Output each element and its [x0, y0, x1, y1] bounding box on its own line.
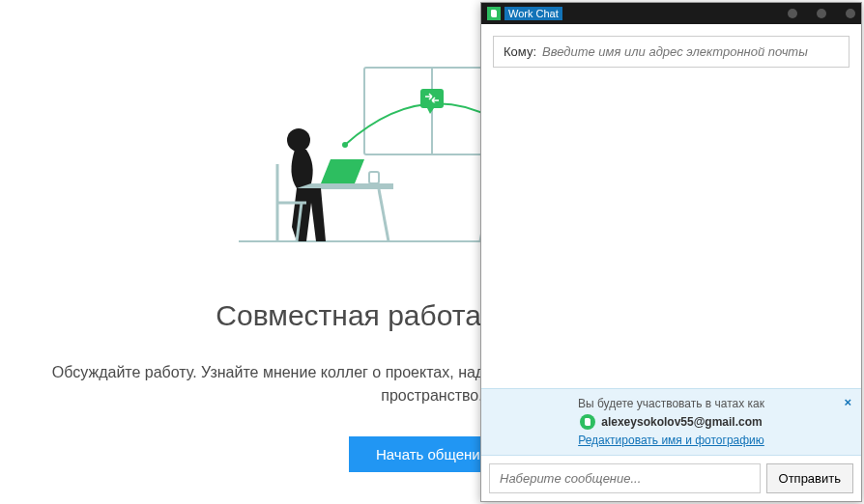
svg-point-8 [342, 142, 348, 148]
send-button[interactable]: Отправить [766, 463, 853, 493]
window-title: Work Chat [504, 7, 562, 20]
message-input[interactable] [489, 463, 761, 493]
window-maximize-button[interactable] [817, 9, 826, 18]
window-close-button[interactable] [846, 9, 855, 18]
svg-line-12 [379, 189, 389, 241]
recipient-field[interactable]: Кому: [493, 36, 850, 68]
titlebar[interactable]: Work Chat [481, 3, 861, 24]
identity-email: alexeysokolov55@gmail.com [601, 415, 762, 429]
identity-banner: × Вы будете участвовать в чатах как alex… [481, 388, 861, 456]
work-chat-panel: Work Chat Кому: × Вы будете участвовать … [480, 2, 862, 502]
compose-row: Отправить [481, 456, 861, 501]
evernote-icon [487, 7, 501, 20]
recipient-input[interactable] [542, 44, 839, 59]
close-icon[interactable]: × [844, 395, 851, 409]
to-label: Кому: [504, 44, 536, 59]
svg-point-14 [287, 128, 310, 152]
user-avatar-icon [580, 414, 595, 430]
window-minimize-button[interactable] [788, 9, 797, 18]
chat-messages-area [481, 75, 861, 388]
identity-text: Вы будете участвовать в чатах как [493, 397, 850, 410]
svg-rect-13 [369, 172, 379, 183]
edit-profile-link[interactable]: Редактировать имя и фотографию [578, 434, 764, 447]
